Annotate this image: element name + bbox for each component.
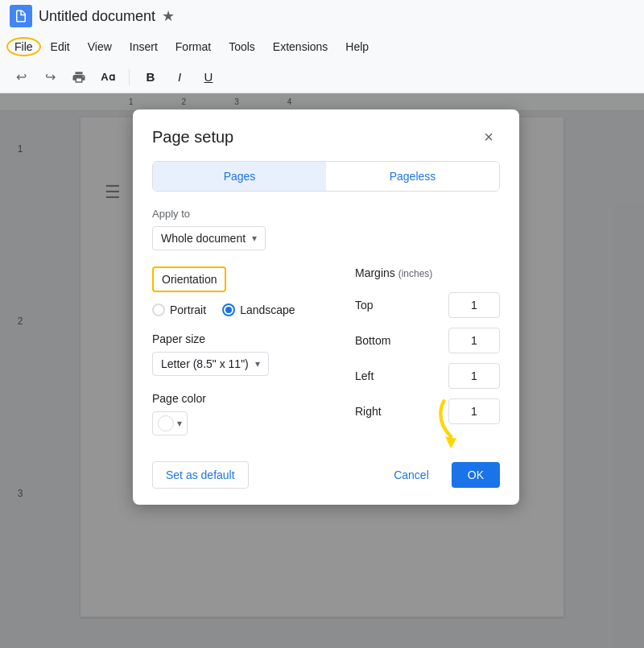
paper-size-select[interactable]: Letter (8.5" x 11") ▾ — [152, 352, 269, 376]
landscape-radio-circle — [222, 303, 235, 316]
print-button[interactable] — [68, 66, 90, 89]
cancel-button[interactable]: Cancel — [381, 462, 442, 488]
document-area: 1 2 3 4 1 2 3 ☰ Page setup × Pages Pagel… — [0, 93, 644, 648]
color-arrow-icon: ▾ — [177, 418, 182, 429]
paper-size-arrow-icon: ▾ — [255, 358, 260, 369]
portrait-label: Portrait — [170, 303, 206, 316]
margin-bottom-label: Bottom — [355, 334, 403, 347]
margin-top-input[interactable] — [448, 292, 500, 318]
margin-top-label: Top — [355, 299, 403, 312]
orientation-radio-group: Portrait Landscape — [152, 303, 339, 316]
footer-right: Cancel OK — [381, 462, 500, 488]
landscape-radio[interactable]: Landscape — [222, 303, 295, 316]
margin-bottom-row: Bottom — [355, 328, 500, 353]
menu-item-edit[interactable]: Edit — [43, 37, 78, 56]
dialog-header: Page setup × — [133, 109, 519, 161]
close-button[interactable]: × — [477, 126, 500, 148]
margin-left-label: Left — [355, 369, 403, 382]
toolbar-separator — [129, 69, 130, 85]
landscape-label: Landscape — [240, 303, 295, 316]
italic-button[interactable]: I — [168, 66, 191, 89]
redo-button[interactable]: ↪ — [39, 66, 61, 89]
portrait-radio[interactable]: Portrait — [152, 303, 206, 316]
margin-bottom-input[interactable] — [448, 328, 500, 353]
orientation-label: Orientation — [152, 266, 226, 292]
dialog-footer: Set as default Cancel OK — [133, 452, 519, 505]
toolbar: ↩ ↪ Aɑ B I U — [0, 61, 644, 93]
margin-top-row: Top — [355, 292, 500, 318]
menu-bar: File Edit View Insert Format Tools Exten… — [0, 32, 644, 61]
margin-right-label: Right — [355, 405, 403, 418]
dialog-title: Page setup — [152, 128, 233, 147]
menu-item-help[interactable]: Help — [337, 37, 377, 56]
menu-item-tools[interactable]: Tools — [221, 37, 263, 56]
menu-item-format[interactable]: Format — [167, 37, 219, 56]
margin-right-input[interactable] — [448, 398, 500, 424]
bold-button[interactable]: B — [139, 66, 162, 89]
right-column: Margins (inches) Top Bottom Left — [339, 266, 500, 435]
menu-item-view[interactable]: View — [80, 37, 120, 56]
dialog-body: Apply to Whole document ▾ Orientation Po… — [133, 208, 519, 452]
underline-button[interactable]: U — [197, 66, 220, 89]
menu-item-extensions[interactable]: Extensions — [265, 37, 336, 56]
set-default-button[interactable]: Set as default — [152, 461, 249, 489]
left-column: Orientation Portrait Landscape Paper siz… — [152, 266, 339, 435]
margins-title: Margins (inches) — [355, 266, 500, 279]
page-color-selector[interactable]: ▾ — [152, 411, 188, 435]
document-title: Untitled document — [39, 8, 155, 25]
spell-check-button[interactable]: Aɑ — [97, 66, 119, 89]
apply-to-arrow-icon: ▾ — [252, 233, 257, 244]
ok-button[interactable]: OK — [452, 462, 500, 488]
title-bar: Untitled document ★ — [0, 0, 644, 32]
portrait-radio-circle — [152, 303, 165, 316]
dialog-tabs: Pages Pageless — [152, 161, 500, 192]
menu-item-insert[interactable]: Insert — [122, 37, 166, 56]
margin-right-row: Right — [355, 398, 500, 424]
doc-icon — [10, 5, 32, 27]
margin-left-input[interactable] — [448, 363, 500, 389]
apply-to-select[interactable]: Whole document ▾ — [152, 226, 266, 250]
tab-pageless[interactable]: Pageless — [326, 162, 499, 191]
two-column-layout: Orientation Portrait Landscape Paper siz… — [152, 266, 500, 435]
tab-pages[interactable]: Pages — [153, 162, 326, 191]
page-setup-dialog: Page setup × Pages Pageless Apply to Who… — [133, 109, 519, 505]
undo-button[interactable]: ↩ — [10, 66, 32, 89]
apply-to-label: Apply to — [152, 208, 500, 220]
star-icon[interactable]: ★ — [162, 7, 175, 25]
color-circle — [158, 415, 174, 431]
margin-left-row: Left — [355, 363, 500, 389]
page-color-label: Page color — [152, 392, 339, 405]
paper-size-label: Paper size — [152, 332, 339, 345]
menu-item-file[interactable]: File — [6, 37, 41, 56]
